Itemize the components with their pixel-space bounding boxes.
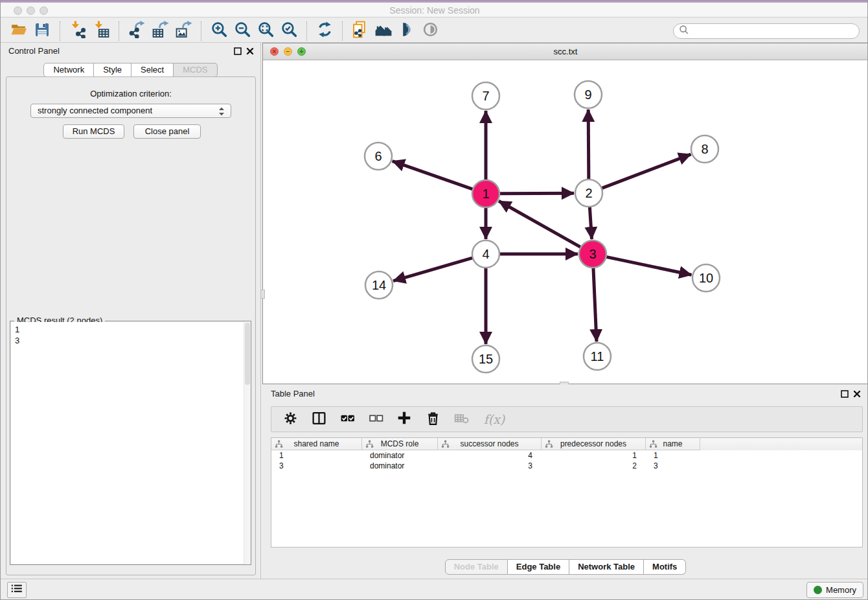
table-cell[interactable]: 1 — [542, 450, 646, 461]
close-panel-icon[interactable] — [853, 389, 861, 400]
table-row[interactable]: 3dominator323 — [271, 461, 862, 471]
fx-icon: f(x) — [484, 412, 505, 426]
home-button[interactable] — [372, 21, 395, 41]
graphics-details-button[interactable] — [395, 21, 418, 41]
column-header-shared-name[interactable]: shared name — [271, 438, 362, 450]
table-cell[interactable]: dominator — [362, 461, 438, 471]
tab-mcds[interactable]: MCDS — [174, 63, 217, 77]
column-header-name[interactable]: name — [646, 438, 700, 450]
function-builder-button[interactable]: f(x) — [481, 411, 507, 428]
tab-motifs[interactable]: Motifs — [644, 559, 686, 575]
application-window: Session: New Session Control Panel — [0, 0, 868, 600]
open-file-button[interactable] — [7, 21, 30, 41]
column-header-MCDS-role[interactable]: MCDS role — [362, 438, 438, 450]
edge-3-11[interactable] — [593, 268, 597, 341]
close-panel-button[interactable]: Close panel — [133, 124, 201, 139]
zoom-selected-button[interactable] — [277, 21, 301, 41]
zoom-fit-button[interactable] — [254, 21, 277, 41]
node-4[interactable]: 4 — [472, 240, 499, 268]
zoom-in-button[interactable] — [207, 21, 231, 41]
close-panel-icon[interactable] — [246, 46, 254, 58]
node-2[interactable]: 2 — [575, 179, 602, 207]
table-row[interactable]: 1dominator411 — [271, 450, 862, 461]
table-cell[interactable]: 1 — [646, 450, 700, 461]
table-cell[interactable]: 3 — [438, 461, 542, 471]
splitter-handle[interactable] — [260, 290, 265, 299]
table-cell[interactable]: dominator — [362, 450, 438, 461]
node-6[interactable]: 6 — [365, 143, 392, 170]
toolbar-separator — [119, 21, 119, 41]
edge-1-2[interactable] — [499, 193, 574, 194]
search-icon — [678, 23, 691, 39]
edge-2-3[interactable] — [589, 207, 591, 239]
zoom-fit-icon — [257, 21, 275, 41]
tab-edge-table[interactable]: Edge Table — [508, 559, 569, 575]
birds-eye-button[interactable] — [418, 21, 442, 41]
import-network-button[interactable] — [66, 21, 89, 41]
attribute-icon — [649, 440, 657, 450]
edge-4-14[interactable] — [393, 258, 473, 281]
delete-row-button[interactable] — [424, 411, 441, 428]
select-all-button[interactable] — [339, 411, 356, 428]
run-mcds-button[interactable]: Run MCDS — [63, 124, 124, 139]
tab-network-table[interactable]: Network Table — [569, 559, 644, 575]
list-icon — [10, 583, 24, 597]
task-history-button[interactable] — [7, 582, 27, 598]
edge-1-6[interactable] — [393, 161, 473, 189]
zoom-out-button[interactable] — [231, 21, 254, 41]
export-network-button[interactable] — [125, 21, 148, 41]
tab-select[interactable]: Select — [131, 63, 174, 77]
import-table-button[interactable] — [89, 21, 113, 41]
float-panel-icon[interactable] — [841, 389, 849, 400]
node-7[interactable]: 7 — [472, 82, 499, 110]
tab-node-table[interactable]: Node Table — [445, 559, 508, 575]
memory-button[interactable]: Memory — [806, 582, 863, 598]
table-cell[interactable]: 1 — [271, 450, 362, 461]
import-network-icon — [69, 21, 87, 41]
network-window-titlebar: × − + scc.txt — [263, 43, 868, 60]
table-settings-button[interactable] — [282, 411, 299, 428]
node-11[interactable]: 11 — [584, 343, 611, 370]
result-scrollbar[interactable] — [244, 321, 251, 564]
mcds-result-text[interactable]: 13 — [11, 322, 250, 564]
node-8[interactable]: 8 — [691, 135, 718, 163]
network-canvas-svg[interactable]: 7968124314101511 — [263, 60, 868, 384]
tab-style[interactable]: Style — [94, 63, 131, 77]
memory-status-icon — [814, 586, 822, 594]
node-10[interactable]: 10 — [692, 264, 720, 292]
clone-network-button[interactable] — [348, 21, 372, 41]
node-1[interactable]: 1 — [472, 180, 499, 207]
float-panel-icon[interactable] — [234, 46, 242, 58]
save-session-button[interactable] — [30, 21, 54, 41]
node-15[interactable]: 15 — [472, 345, 499, 373]
edge-3-1[interactable] — [499, 201, 581, 247]
table-cell[interactable]: 2 — [542, 461, 646, 471]
criterion-select[interactable]: strongly connected component — [30, 104, 231, 118]
delete-table-icon — [454, 411, 469, 428]
node-9[interactable]: 9 — [575, 81, 602, 108]
table-toolbar: f(x) — [271, 406, 863, 432]
edge-3-10[interactable] — [606, 257, 692, 275]
column-header-predecessor-nodes[interactable]: predecessor nodes — [542, 438, 646, 450]
add-row-button[interactable] — [396, 411, 413, 428]
search-input[interactable] — [691, 25, 859, 38]
table-cell[interactable]: 3 — [646, 461, 700, 471]
control-panel-tabs: NetworkStyleSelectMCDS — [1, 63, 260, 77]
edge-2-9[interactable] — [588, 110, 589, 179]
column-header-successor-nodes[interactable]: successor nodes — [438, 438, 542, 450]
toolbar-separator — [306, 21, 307, 41]
export-network-icon — [128, 21, 146, 41]
unselect-all-button[interactable] — [367, 411, 384, 428]
node-14[interactable]: 14 — [365, 271, 393, 299]
export-table-button[interactable] — [148, 21, 172, 41]
node-3[interactable]: 3 — [579, 240, 606, 268]
table-cell[interactable]: 3 — [271, 461, 362, 471]
refresh-button[interactable] — [313, 21, 336, 41]
export-image-button[interactable] — [172, 21, 195, 41]
tab-network[interactable]: Network — [43, 63, 94, 77]
edge-2-8[interactable] — [602, 154, 691, 188]
table-cell[interactable]: 4 — [438, 450, 542, 461]
checked-boxes-icon — [340, 411, 355, 428]
column-view-button[interactable] — [310, 411, 327, 428]
delete-table-button[interactable] — [453, 411, 470, 428]
